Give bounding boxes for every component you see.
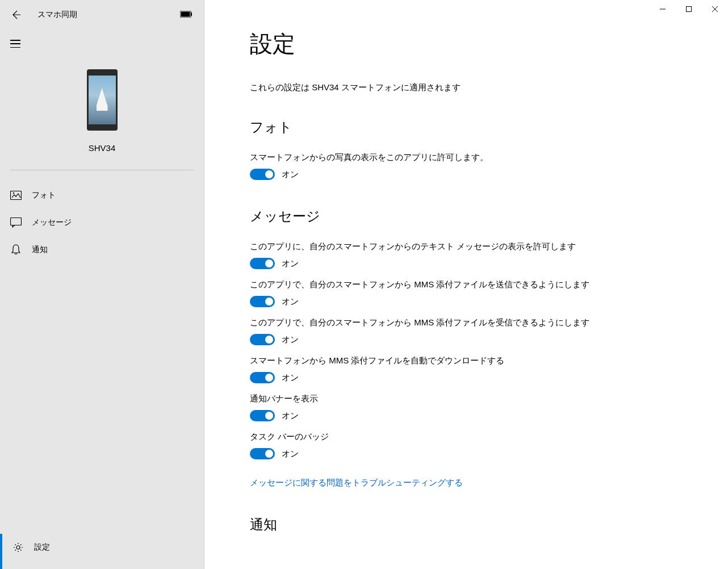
phone-name: SHV34 [89,143,116,153]
toggle-state: オン [282,411,299,421]
section-title: フォト [250,118,728,136]
toggle-row: オン [250,410,728,421]
bell-icon [10,244,22,256]
page-title: 設定 [250,28,728,60]
svg-rect-5 [11,218,22,225]
toggle-state: オン [282,373,299,383]
minimize-icon [659,6,666,12]
toggle-switch[interactable] [250,296,275,307]
sidebar-item-label: メッセージ [32,217,72,228]
sidebar-item-settings[interactable]: 設定 [0,534,204,569]
setting-label: このアプリに、自分のスマートフォンからのテキスト メッセージの表示を許可します [250,241,728,252]
toggle-switch[interactable] [250,372,275,383]
toggle-row: オン [250,334,728,345]
svg-rect-2 [191,12,192,16]
toggle-row: オン [250,448,728,459]
sidebar: スマホ同期 SHV34 フォト [0,0,204,569]
content: 設定 これらの設定は SHV34 スマートフォンに適用されます フォト スマート… [204,0,728,569]
toggle-state: オン [282,334,299,345]
phone-preview: SHV34 [0,53,204,164]
toggle-switch[interactable] [250,448,275,459]
setting-mms-send: このアプリで、自分のスマートフォンから MMS 添付ファイルを送信できるようにし… [250,279,728,307]
troubleshoot-link[interactable]: メッセージに関する問題をトラブルシューティングする [250,478,463,488]
page-subtitle: これらの設定は SHV34 スマートフォンに適用されます [250,82,728,93]
toggle-row: オン [250,258,728,269]
phone-wallpaper [89,76,116,124]
close-icon [712,6,718,12]
setting-label: このアプリで、自分のスマートフォンから MMS 添付ファイルを送信できるようにし… [250,279,728,290]
window-controls [650,0,728,18]
maximize-button[interactable] [676,0,702,18]
setting-label: 通知バナーを表示 [250,394,728,404]
svg-point-4 [13,193,14,194]
minimize-button[interactable] [650,0,676,18]
svg-point-6 [16,546,20,549]
sidebar-item-label: 設定 [34,542,50,553]
setting-label: スマートフォンから MMS 添付ファイルを自動でダウンロードする [250,355,728,366]
divider [10,170,194,170]
close-button[interactable] [702,0,728,18]
sidebar-item-label: 通知 [32,245,48,255]
toggle-switch[interactable] [250,258,275,269]
toggle-row: オン [250,169,728,180]
setting-mms-autodownload: スマートフォンから MMS 添付ファイルを自動でダウンロードする オン [250,355,728,383]
section-notification: 通知 [250,516,728,534]
phone-frame [87,69,118,131]
photo-icon [10,190,22,201]
hamburger-menu[interactable] [0,30,204,53]
message-icon [10,217,22,228]
setting-label: このアプリで、自分のスマートフォンから MMS 添付ファイルを受信できるようにし… [250,317,728,328]
toggle-switch[interactable] [250,169,275,180]
setting-label: スマートフォンからの写真の表示をこのアプリに許可します。 [250,152,728,163]
sidebar-header: スマホ同期 [0,0,204,30]
section-title: 通知 [250,516,728,534]
section-photo: フォト スマートフォンからの写真の表示をこのアプリに許可します。 オン [250,118,728,180]
toggle-switch[interactable] [250,410,275,421]
nav-list: フォト メッセージ 通知 [0,176,204,269]
setting-photo-allow: スマートフォンからの写真の表示をこのアプリに許可します。 オン [250,152,728,180]
toggle-state: オン [282,296,299,307]
toggle-state: オン [282,258,299,269]
toggle-row: オン [250,372,728,383]
setting-message-show: このアプリに、自分のスマートフォンからのテキスト メッセージの表示を許可します … [250,241,728,269]
app-title: スマホ同期 [37,10,77,20]
setting-taskbar-badge: タスク バーのバッジ オン [250,432,728,459]
back-arrow-icon [10,9,22,20]
setting-mms-receive: このアプリで、自分のスマートフォンから MMS 添付ファイルを受信できるようにし… [250,317,728,345]
toggle-state: オン [282,169,299,180]
section-title: メッセージ [250,207,728,225]
gear-icon [12,542,24,553]
svg-rect-8 [687,7,692,12]
battery-icon [180,11,193,18]
hamburger-icon [10,40,20,48]
sidebar-item-photo[interactable]: フォト [0,182,204,209]
main-area: 設定 これらの設定は SHV34 スマートフォンに適用されます フォト スマート… [204,0,728,569]
sidebar-item-message[interactable]: メッセージ [0,209,204,236]
setting-label: タスク バーのバッジ [250,432,728,442]
toggle-state: オン [282,449,299,459]
toggle-row: オン [250,296,728,307]
setting-notification-banner: 通知バナーを表示 オン [250,394,728,421]
svg-rect-3 [11,191,22,200]
maximize-icon [685,6,692,12]
section-message: メッセージ このアプリに、自分のスマートフォンからのテキスト メッセージの表示を… [250,207,728,488]
toggle-switch[interactable] [250,334,275,345]
back-button[interactable] [10,9,22,20]
sidebar-item-notification[interactable]: 通知 [0,236,204,263]
svg-rect-1 [181,12,190,17]
sidebar-item-label: フォト [32,190,56,200]
